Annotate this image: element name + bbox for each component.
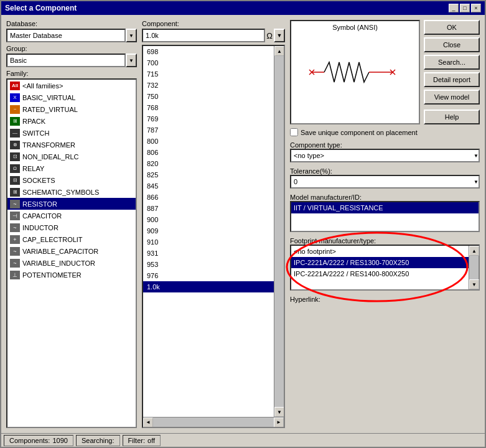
- family-item-variable-capacitor[interactable]: ~ VARIABLE_CAPACITOR: [7, 245, 136, 257]
- group-label: Group:: [6, 45, 137, 52]
- component-item[interactable]: 820: [143, 158, 274, 169]
- view-model-button[interactable]: View model: [424, 90, 480, 105]
- component-item[interactable]: 698: [143, 46, 274, 57]
- help-button[interactable]: Help: [424, 110, 480, 124]
- family-icon-variable-inductor: ~: [10, 259, 20, 268]
- save-checkbox[interactable]: [290, 128, 298, 136]
- component-type-label: Component type:: [290, 141, 480, 149]
- family-list: All <All families> X BASIC_VIRTUAL ~ RAT…: [6, 78, 137, 428]
- scroll-track[interactable]: [274, 56, 284, 407]
- close-window-button[interactable]: ×: [471, 4, 481, 12]
- family-icon-variable-capacitor: ~: [10, 247, 20, 256]
- symbol-and-buttons: Symbol (ANSI): [290, 20, 480, 124]
- window-title: Select a Component: [5, 4, 77, 12]
- family-item-inductor[interactable]: ~ INDUCTOR: [7, 222, 136, 233]
- detail-report-button[interactable]: Detail report: [424, 72, 480, 87]
- component-item[interactable]: 806: [143, 147, 274, 158]
- scroll-down-btn[interactable]: ▼: [274, 407, 284, 417]
- component-item[interactable]: 800: [143, 136, 274, 147]
- component-item[interactable]: 750: [143, 91, 274, 102]
- family-item-sockets[interactable]: ⊟ SOCKETS: [7, 174, 136, 186]
- component-item-selected[interactable]: 1.0k: [143, 281, 274, 292]
- tolerance-dropdown[interactable]: 0: [290, 175, 480, 189]
- component-item[interactable]: 910: [143, 236, 274, 248]
- middle-panel: Component: Ω ▼ 698 700 715 732: [142, 20, 285, 428]
- family-item-transformer[interactable]: ⊗ TRANSFORMER: [7, 139, 136, 151]
- searching-status: Searching:: [76, 435, 120, 446]
- component-item[interactable]: 900: [143, 214, 274, 225]
- component-item[interactable]: 700: [143, 57, 274, 68]
- database-dropdown[interactable]: Master Database: [6, 29, 126, 42]
- family-icon-rpack: ⊞: [10, 117, 20, 126]
- component-item[interactable]: 976: [143, 270, 274, 281]
- family-item-potentiometer[interactable]: ⊥ POTENTIOMETER: [7, 269, 136, 281]
- family-item-basic-virtual[interactable]: X BASIC_VIRTUAL: [7, 91, 136, 103]
- component-item[interactable]: 866: [143, 192, 274, 203]
- component-header-label: Component:: [142, 20, 285, 27]
- component-header: Component: Ω ▼: [142, 20, 285, 42]
- family-label-potentiometer: POTENTIOMETER: [22, 271, 82, 279]
- h-scroll-left-btn[interactable]: ◄: [143, 418, 153, 427]
- family-icon-transformer: ⊗: [10, 141, 20, 149]
- main-window: Select a Component _ □ × Database: Maste…: [0, 0, 486, 448]
- family-item-cap-electrolit[interactable]: + CAP_ELECTROLIT: [7, 233, 136, 245]
- family-item-switch[interactable]: — SWITCH: [7, 127, 136, 139]
- component-item[interactable]: 715: [143, 68, 274, 80]
- family-icon-rated-v: ~: [10, 105, 20, 114]
- footprint-scroll-down[interactable]: ▼: [469, 279, 479, 289]
- footprint-item-res1400[interactable]: IPC-2221A/2222 / RES1400-800X250: [291, 268, 479, 279]
- database-label: Database:: [6, 20, 137, 27]
- list-scrollbar: ▲ ▼: [274, 46, 284, 417]
- component-item[interactable]: 787: [143, 124, 274, 136]
- maximize-button[interactable]: □: [460, 4, 470, 12]
- component-type-dropdown[interactable]: <no type>: [290, 149, 480, 162]
- scroll-up-btn[interactable]: ▲: [274, 46, 284, 56]
- close-button[interactable]: Close: [424, 37, 480, 52]
- family-item-all[interactable]: All <All families>: [7, 80, 136, 91]
- family-icon-all: All: [10, 82, 20, 90]
- component-scroll-btn[interactable]: ▼: [274, 29, 285, 42]
- footprint-item-no-footprint[interactable]: <no footprint>: [291, 246, 479, 257]
- search-button[interactable]: Search...: [424, 55, 480, 70]
- family-item-variable-inductor[interactable]: ~ VARIABLE_INDUCTOR: [7, 257, 136, 269]
- database-dropdown-btn[interactable]: ▼: [126, 29, 137, 42]
- component-input[interactable]: [142, 29, 265, 42]
- group-dropdown-btn[interactable]: ▼: [126, 54, 137, 67]
- footprint-scroll-track[interactable]: [469, 256, 479, 279]
- component-item[interactable]: 769: [143, 113, 274, 124]
- model-item-selected[interactable]: IIT / VIRTUAL_RESISTANCE: [291, 202, 479, 213]
- filter-status: Filter: off: [123, 435, 161, 446]
- family-item-resistor[interactable]: ~ RESISTOR: [7, 198, 136, 210]
- hyperlink-row: Hyperlink:: [290, 294, 480, 303]
- family-item-rpack[interactable]: ⊞ RPACK: [7, 115, 136, 127]
- component-item[interactable]: 909: [143, 225, 274, 236]
- components-status-label: Components:: [9, 437, 50, 444]
- save-checkbox-label: Save unique component on placement: [301, 129, 418, 136]
- footprint-item-res1300[interactable]: IPC-2221A/2222 / RES1300-700X250: [291, 257, 479, 268]
- component-item[interactable]: 845: [143, 180, 274, 192]
- group-dropdown[interactable]: Basic: [6, 54, 126, 67]
- ok-button[interactable]: OK: [424, 20, 480, 35]
- component-type-group: Component type: <no type> ▼: [290, 140, 480, 162]
- component-item[interactable]: 931: [143, 248, 274, 259]
- component-item[interactable]: 732: [143, 80, 274, 91]
- h-scroll-track[interactable]: [153, 418, 274, 427]
- family-item-non-ideal[interactable]: ⊡ NON_IDEAL_RLC: [7, 151, 136, 162]
- component-item[interactable]: 768: [143, 102, 274, 113]
- family-item-rated-virtual[interactable]: ~ RATED_VIRTUAL: [7, 103, 136, 115]
- footprint-scroll-up[interactable]: ▲: [469, 246, 479, 256]
- family-item-schematic[interactable]: ⊞ SCHEMATIC_SYMBOLS: [7, 186, 136, 198]
- family-icon-cap-electrolit: +: [10, 235, 20, 244]
- family-label-variable-inductor: VARIABLE_INDUCTOR: [22, 259, 95, 267]
- component-item[interactable]: 825: [143, 169, 274, 180]
- component-item[interactable]: 887: [143, 203, 274, 214]
- h-scroll-right-btn[interactable]: ►: [274, 418, 284, 427]
- footprint-label: Footprint manufacturer/type:: [290, 237, 480, 245]
- family-item-capacitor[interactable]: ⊣ CAPACITOR: [7, 210, 136, 222]
- family-item-relay[interactable]: Ω RELAY: [7, 162, 136, 174]
- component-item[interactable]: 953: [143, 259, 274, 270]
- omega-label: Ω: [266, 31, 273, 40]
- minimize-button[interactable]: _: [449, 4, 459, 12]
- component-type-dropdown-wrapper: <no type> ▼: [290, 149, 480, 162]
- family-icon-sockets: ⊟: [10, 176, 20, 185]
